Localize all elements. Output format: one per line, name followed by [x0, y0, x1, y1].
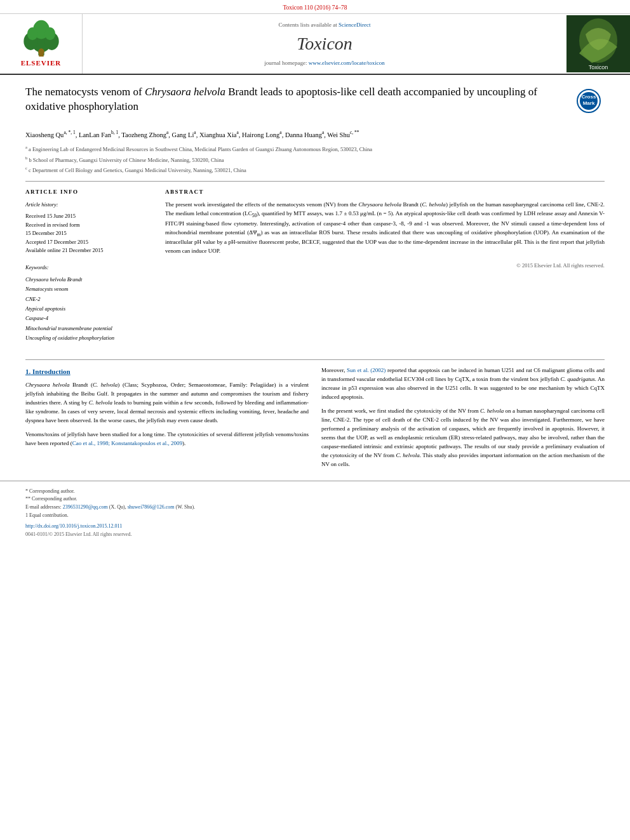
keyword-7: Uncoupling of oxidative phosphorylation — [25, 333, 152, 343]
elsevier-tree-icon — [16, 19, 67, 57]
revised-date: 15 December 2015 — [25, 229, 152, 238]
article-info-col: ARTICLE INFO Article history: Received 1… — [25, 188, 152, 343]
keyword-2: Nematocysts venom — [25, 284, 152, 294]
revised-label: Received in revised form — [25, 221, 152, 230]
article-info-abstract: ARTICLE INFO Article history: Received 1… — [25, 188, 605, 343]
cover-illustration: Toxicon — [566, 15, 630, 72]
doi-link[interactable]: http://dx.doi.org/10.1016/j.toxicon.2015… — [25, 523, 122, 529]
footnote-corresponding-2: ** Corresponding author. — [25, 495, 605, 503]
keywords-title: Keywords: — [25, 263, 152, 272]
journal-cover-image: Toxicon — [566, 14, 630, 73]
email-link-1[interactable]: 2396531290@qq.com — [63, 504, 108, 510]
keyword-4: Atypical apoptosis — [25, 304, 152, 314]
body-col-right: Moreover, Sun et al. (2002) reported tha… — [321, 366, 605, 474]
crossmark-icon: Cross Mark — [576, 88, 601, 114]
journal-homepage: journal homepage: www.elsevier.com/locat… — [264, 59, 384, 67]
abstract-text: The present work investigated the effect… — [165, 201, 605, 256]
section-1-heading: 1. Introduction — [25, 366, 309, 377]
article-history: Article history: Received 15 June 2015 R… — [25, 201, 152, 255]
footnote-equal: 1 Equal contribution. — [25, 512, 605, 520]
received-date: Received 15 June 2015 — [25, 212, 152, 221]
abstract-col: ABSTRACT The present work investigated t… — [165, 188, 605, 343]
article-title-section: The nematocysts venom of Chrysaora helvo… — [25, 85, 605, 123]
keyword-3: CNE-2 — [25, 295, 152, 304]
journal-homepage-link[interactable]: www.elsevier.com/locate/toxicon — [309, 60, 385, 66]
article-info-label: ARTICLE INFO — [25, 188, 152, 196]
sciencedirect-link[interactable]: ScienceDirect — [338, 22, 370, 28]
journal-name: Toxicon — [297, 31, 352, 56]
keywords-section: Keywords: Chrysaora helvola Brandt Nemat… — [25, 263, 152, 343]
body-col-left: 1. Introduction Chrysaora helvola Brandt… — [25, 366, 309, 474]
divider-2 — [25, 359, 605, 360]
sciencedirect-line: Contents lists available at ScienceDirec… — [279, 21, 371, 29]
authors-line: Xiaosheng Qua, *, 1, LanLan Fanb, 1, Tao… — [25, 129, 605, 140]
body-content: 1. Introduction Chrysaora helvola Brandt… — [0, 366, 630, 474]
history-title: Article history: — [25, 201, 152, 210]
intro-para-4: In the present work, we first studied th… — [321, 407, 605, 469]
email-link-2[interactable]: shuwei7866@126.com — [128, 504, 175, 510]
copyright-line: © 2015 Elsevier Ltd. All rights reserved… — [165, 262, 605, 270]
affiliation-b: b b School of Pharmacy, Guangxi Universi… — [25, 155, 605, 164]
intro-para-1: Chrysaora helvola Brandt (C. helvola) (C… — [25, 381, 309, 425]
doi-line: http://dx.doi.org/10.1016/j.toxicon.2015… — [25, 523, 605, 530]
available-date: Available online 21 December 2015 — [25, 246, 152, 255]
crossmark-area: Cross Mark — [576, 88, 605, 116]
affiliations: a a Engineering Lab of Endangered Medici… — [25, 144, 605, 175]
keyword-5: Caspase-4 — [25, 314, 152, 323]
svg-point-6 — [44, 27, 55, 40]
ref-cao-link[interactable]: Cao et al., 1998; Konstantakopoulos et a… — [72, 440, 182, 446]
journal-ref-text: Toxicon 110 (2016) 74–78 — [283, 4, 347, 11]
affiliation-a: a a Engineering Lab of Endangered Medici… — [25, 144, 605, 154]
divider-1 — [25, 181, 605, 182]
svg-text:Cross: Cross — [582, 94, 596, 100]
page: Toxicon 110 (2016) 74–78 E — [0, 0, 630, 840]
keyword-6: Mitochondrial transmembrane potential — [25, 324, 152, 333]
svg-point-5 — [27, 27, 37, 40]
journal-header: ELSEVIER Contents lists available at Sci… — [0, 14, 630, 74]
ref-sun-link[interactable]: Sun et al. (2002) — [347, 367, 385, 373]
journal-header-center: Contents lists available at ScienceDirec… — [83, 14, 566, 73]
accepted-date: Accepted 17 December 2015 — [25, 238, 152, 247]
elsevier-brand-text: ELSEVIER — [21, 58, 62, 68]
toxicon-cover: Toxicon — [566, 15, 630, 72]
issn-line: 0041-0101/© 2015 Elsevier Ltd. All right… — [25, 531, 605, 538]
svg-text:Mark: Mark — [583, 100, 595, 106]
elsevier-logo-area: ELSEVIER — [0, 14, 83, 73]
journal-reference: Toxicon 110 (2016) 74–78 — [0, 0, 630, 14]
elsevier-logo: ELSEVIER — [16, 19, 67, 68]
footnote-corresponding-1: * Corresponding author. — [25, 488, 605, 496]
main-content: The nematocysts venom of Chrysaora helvo… — [0, 75, 630, 354]
svg-text:Toxicon: Toxicon — [589, 64, 608, 70]
article-title: The nematocysts venom of Chrysaora helvo… — [25, 85, 570, 114]
intro-para-3: Moreover, Sun et al. (2002) reported tha… — [321, 366, 605, 402]
keyword-1: Chrysaora helvola Brandt — [25, 275, 152, 284]
intro-para-2: Venoms/toxins of jellyfish have been stu… — [25, 430, 309, 448]
footnotes: * Corresponding author. ** Corresponding… — [0, 481, 630, 538]
affiliation-c: c c Department of Cell Biology and Genet… — [25, 165, 605, 175]
svg-rect-8 — [39, 55, 43, 57]
footnote-email: E-mail addresses: 2396531290@qq.com (X. … — [25, 503, 605, 512]
body-two-col: 1. Introduction Chrysaora helvola Brandt… — [25, 366, 605, 474]
abstract-label: ABSTRACT — [165, 188, 605, 196]
